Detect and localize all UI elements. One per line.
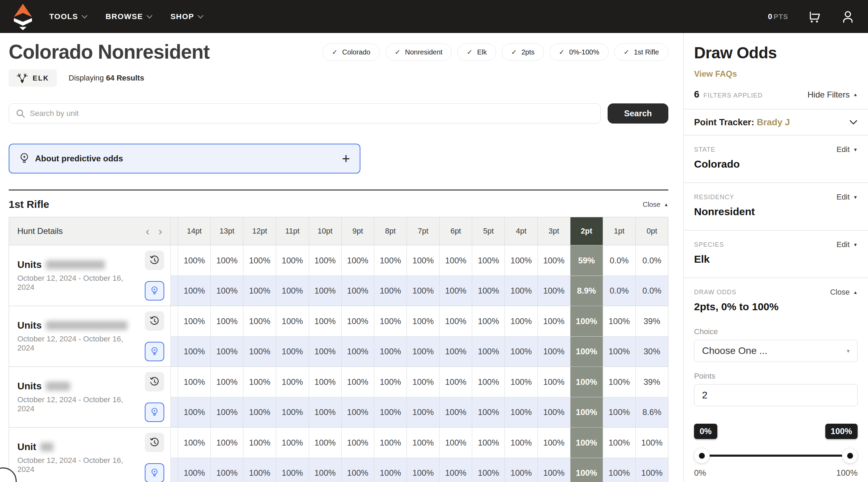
filter-chip-nonresident[interactable]: ✓Nonresident	[385, 43, 452, 61]
page-left-arrow[interactable]: ‹	[146, 226, 150, 237]
column-header-7pt[interactable]: 7pt	[407, 217, 440, 245]
hunt-details-cell[interactable]: UnitOctober 12, 2024 - October 16, 2024	[9, 428, 170, 482]
column-header-1pt[interactable]: 1pt	[603, 217, 636, 245]
column-header-3pt[interactable]: 3pt	[538, 217, 570, 245]
history-icon	[150, 377, 159, 387]
slider-handle-max[interactable]	[842, 448, 858, 463]
filter-chip-0-100-[interactable]: ✓0%-100%	[550, 43, 609, 61]
column-header-0pt[interactable]: 0pt	[636, 217, 668, 245]
column-header-13pt[interactable]: 13pt	[211, 217, 243, 245]
filter-chip-1st-rifle[interactable]: ✓1st Rifle	[614, 43, 668, 61]
predictive-odds-button[interactable]	[145, 281, 164, 301]
filter-section-label: RESIDENCY	[694, 194, 734, 201]
historic-odds-row: 100%100%100%100%100%100%100%100%100%100%…	[170, 306, 668, 336]
odds-cell-2pt: 100%	[570, 337, 603, 366]
search-button[interactable]: Search	[608, 103, 668, 124]
predictive-odds-row: 100%100%100%100%100%100%100%100%100%100%…	[170, 276, 668, 306]
hunt-row: UnitOctober 12, 2024 - October 16, 20241…	[9, 427, 668, 482]
edit-button[interactable]: Edit▼	[836, 193, 858, 202]
history-button[interactable]	[145, 372, 164, 391]
view-faqs-link[interactable]: View FAQs	[694, 69, 737, 79]
slider-handle-min[interactable]	[694, 448, 709, 463]
range-min-label: 0%	[694, 468, 706, 478]
hunt-dates: October 12, 2024 - October 16, 2024	[17, 274, 137, 292]
column-header-10pt[interactable]: 10pt	[309, 217, 342, 245]
filter-chip-colorado[interactable]: ✓Colorado	[323, 43, 380, 61]
historic-odds-row: 100%100%100%100%100%100%100%100%100%100%…	[170, 428, 668, 458]
brand-logo[interactable]	[13, 3, 33, 30]
draw-odds-close-button[interactable]: Close▲	[830, 288, 858, 297]
filter-chip-elk[interactable]: ✓Elk	[457, 43, 496, 61]
odds-header-cols: 14pt13pt12pt11pt10pt9pt8pt7pt6pt5pt4pt3p…	[178, 217, 668, 245]
odds-cell-1pt: 0.0%	[603, 276, 636, 306]
edit-label: Edit	[836, 145, 850, 154]
predictive-odds-button[interactable]	[145, 463, 164, 482]
spacer-column	[170, 217, 178, 245]
cart-icon[interactable]	[808, 10, 821, 24]
filter-section-value: Nonresident	[694, 206, 858, 218]
range-min-badge: 0%	[694, 424, 717, 439]
search-input[interactable]	[30, 109, 593, 118]
column-header-8pt[interactable]: 8pt	[374, 217, 407, 245]
odds-cell-13pt: 100%	[211, 245, 243, 276]
odds-cell-11pt: 100%	[276, 428, 309, 458]
mountain-logo-icon	[13, 3, 33, 30]
choice-select[interactable]: Choose One ... ▾	[694, 340, 858, 362]
column-header-9pt[interactable]: 9pt	[342, 217, 374, 245]
predictive-odds-row: 100%100%100%100%100%100%100%100%100%100%…	[170, 336, 668, 366]
edit-button[interactable]: Edit▼	[836, 145, 858, 154]
draw-odds-label: DRAW ODDS	[694, 289, 736, 296]
spacer-column	[170, 276, 178, 306]
page-right-arrow[interactable]: ›	[158, 226, 162, 237]
nav-item-browse[interactable]: BROWSE	[106, 12, 152, 21]
column-header-12pt[interactable]: 12pt	[243, 217, 276, 245]
season-close-button[interactable]: Close▲	[643, 201, 668, 209]
section-divider	[9, 189, 668, 191]
odds-cell-11pt: 100%	[276, 245, 309, 276]
expand-plus-icon[interactable]: +	[342, 152, 350, 166]
history-button[interactable]	[145, 311, 164, 331]
search-icon	[16, 109, 25, 118]
column-header-4pt[interactable]: 4pt	[505, 217, 537, 245]
history-button[interactable]	[145, 433, 164, 452]
nav-item-shop[interactable]: SHOP	[170, 12, 203, 21]
historic-odds-row: 100%100%100%100%100%100%100%100%100%100%…	[170, 245, 668, 276]
points-counter[interactable]: 0 PTS	[768, 12, 788, 21]
column-header-2pt[interactable]: 2pt	[570, 217, 603, 245]
species-badge[interactable]: ELK	[9, 69, 57, 87]
predictive-odds-button[interactable]	[145, 403, 164, 422]
odds-cell-12pt: 100%	[243, 276, 276, 306]
point-tracker-row[interactable]: Point Tracker: Brady J	[694, 109, 858, 135]
points-input[interactable]	[702, 390, 850, 401]
column-header-11pt[interactable]: 11pt	[276, 217, 309, 245]
unit-label: Units	[17, 320, 42, 331]
filter-chip-2pts[interactable]: ✓2pts	[502, 43, 544, 61]
column-header-14pt[interactable]: 14pt	[178, 217, 211, 245]
user-icon[interactable]	[841, 10, 855, 24]
odds-cell-14pt: 100%	[178, 306, 211, 336]
odds-cell-10pt: 100%	[309, 337, 342, 366]
column-header-5pt[interactable]: 5pt	[472, 217, 505, 245]
predictive-odds-banner[interactable]: About predictive odds +	[9, 144, 360, 174]
search-row: Search	[9, 103, 668, 124]
column-header-6pt[interactable]: 6pt	[440, 217, 472, 245]
history-button[interactable]	[145, 251, 164, 270]
nav-right: 0 PTS	[768, 10, 855, 24]
odds-cell-8pt: 100%	[374, 337, 407, 366]
odds-cell-5pt: 100%	[472, 337, 505, 366]
edit-button[interactable]: Edit▼	[836, 240, 858, 249]
nav-item-tools[interactable]: TOOLS	[49, 12, 87, 21]
odds-cell-14pt: 100%	[178, 458, 211, 482]
predictive-odds-button[interactable]	[145, 342, 164, 361]
hide-filters-button[interactable]: Hide Filters▲	[808, 90, 858, 100]
hunt-details-cell[interactable]: UnitsOctober 12, 2024 - October 16, 2024	[9, 306, 170, 366]
unit-label: Units	[17, 259, 42, 270]
chevron-down-icon	[849, 120, 858, 125]
odds-cell-14pt: 100%	[178, 276, 211, 306]
main-panel: Colorado Nonresident ✓Colorado✓Nonreside…	[0, 33, 683, 482]
hunt-details-cell[interactable]: UnitsOctober 12, 2024 - October 16, 2024	[9, 367, 170, 427]
filter-section-label: STATE	[694, 146, 715, 153]
hunt-details-cell[interactable]: UnitsOctober 12, 2024 - October 16, 2024	[9, 245, 170, 306]
odds-cell-3pt: 100%	[538, 245, 570, 276]
points-value: 0	[768, 12, 772, 21]
